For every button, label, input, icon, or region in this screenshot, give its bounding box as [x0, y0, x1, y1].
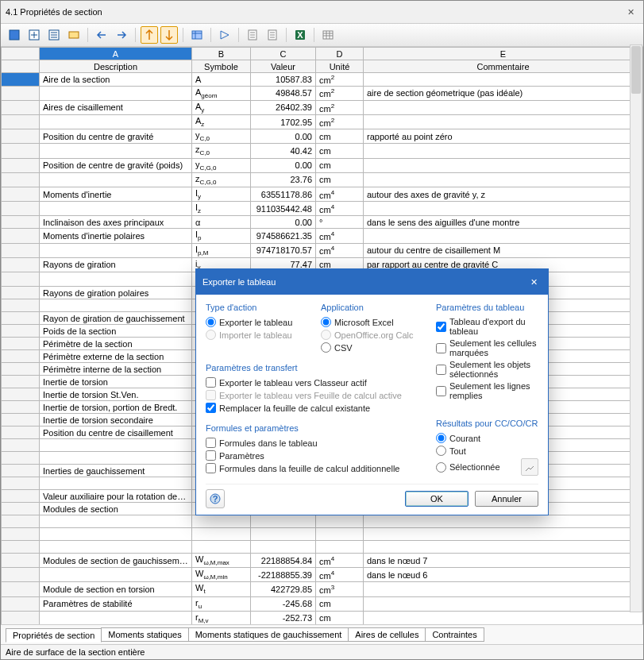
cell-val[interactable]: 974586621.35: [251, 229, 316, 243]
row-header[interactable]: [2, 243, 40, 257]
cell-desc[interactable]: Valeur auxiliaire pour la rotation de ga…: [40, 490, 192, 503]
row-header[interactable]: [2, 596, 40, 611]
table-row[interactable]: Iz911035442.48cm4: [2, 202, 643, 216]
cell-comment[interactable]: dans le sens des aiguilles d'une montre: [364, 216, 643, 229]
cell-comment[interactable]: dans le nœud 6: [364, 568, 643, 582]
cell-desc[interactable]: [40, 202, 192, 216]
cell-unit[interactable]: [316, 541, 364, 554]
cell-desc[interactable]: Moments d'inertie: [40, 187, 192, 201]
row-header[interactable]: [2, 388, 40, 401]
col-B[interactable]: B: [192, 48, 251, 60]
cell-desc[interactable]: [40, 272, 192, 286]
cell-val[interactable]: 10587.83: [251, 73, 316, 87]
col-E[interactable]: E: [364, 48, 643, 60]
row-header[interactable]: [2, 401, 40, 414]
chk-formulas-extra[interactable]: Formules dans la feuille de calcul addit…: [206, 463, 423, 473]
table-row[interactable]: [2, 528, 643, 541]
tb-btn-8[interactable]: [160, 26, 178, 44]
table-row[interactable]: Position du centre de gravitéyC,00.00cmr…: [2, 129, 643, 144]
cell-val[interactable]: 22188854.84: [251, 554, 316, 568]
tab-0[interactable]: Propriétés de section: [6, 628, 102, 643]
radio-all[interactable]: Tout: [436, 446, 538, 456]
table-row[interactable]: Ip,M974718170.57cm4autour du centre de c…: [2, 243, 643, 257]
row-header[interactable]: [2, 503, 40, 515]
cell-val[interactable]: 0.00: [251, 216, 316, 229]
cell-sym[interactable]: ru: [192, 596, 251, 611]
dialog-close-icon[interactable]: ✕: [526, 274, 542, 290]
tb-btn-6[interactable]: [113, 26, 130, 44]
cell-desc[interactable]: Position du centre de gravité: [40, 129, 192, 144]
cell-desc[interactable]: Poids de la section: [40, 325, 192, 338]
cell-val[interactable]: [251, 541, 316, 554]
cancel-button[interactable]: Annuler: [475, 491, 538, 507]
cell-comment[interactable]: [364, 158, 643, 172]
cell-desc[interactable]: [40, 568, 192, 582]
cell-sym[interactable]: rM,v: [192, 611, 251, 624]
cell-desc[interactable]: Périmètre interne de la section: [40, 363, 192, 376]
tb-btn-14[interactable]: [319, 26, 337, 44]
cell-desc[interactable]: Inclinaison des axes principaux: [40, 216, 192, 229]
close-icon[interactable]: ✕: [623, 4, 638, 20]
row-header[interactable]: [2, 465, 40, 477]
cell-unit[interactable]: cm: [316, 158, 364, 172]
row-header[interactable]: [2, 229, 40, 243]
table-row[interactable]: Az1702.95cm2: [2, 115, 643, 129]
cell-desc[interactable]: Inerties de gauchissement: [40, 465, 192, 477]
cell-unit[interactable]: cm4: [316, 243, 364, 257]
chk-selected[interactable]: Seulement les objets sélectionnés: [436, 360, 538, 379]
tb-btn-7[interactable]: [141, 26, 158, 44]
cell-comment[interactable]: autour du centre de cisaillement M: [364, 243, 643, 257]
dialog-titlebar[interactable]: Exporter le tableau ✕: [196, 269, 548, 295]
cell-comment[interactable]: [364, 229, 643, 243]
row-header[interactable]: [2, 515, 40, 528]
help-icon[interactable]: ?: [206, 489, 225, 508]
cell-sym[interactable]: Iz: [192, 202, 251, 216]
tab-1[interactable]: Moments statiques: [101, 627, 188, 642]
vertical-scrollbar[interactable]: [630, 44, 642, 612]
cell-comment[interactable]: [364, 144, 643, 158]
scroll-thumb[interactable]: [631, 46, 641, 94]
row-header[interactable]: [2, 216, 40, 229]
cell-unit[interactable]: cm2: [316, 115, 364, 129]
cell-comment[interactable]: [364, 596, 643, 611]
row-header[interactable]: [2, 144, 40, 158]
table-row[interactable]: Aire de la sectionA10587.83cm2: [2, 73, 643, 87]
row-header[interactable]: [2, 158, 40, 172]
row-header[interactable]: [2, 477, 40, 490]
cell-val[interactable]: 911035442.48: [251, 202, 316, 216]
row-header[interactable]: [2, 272, 40, 286]
cell-val[interactable]: 0.00: [251, 158, 316, 172]
cell-unit[interactable]: °: [316, 216, 364, 229]
cell-unit[interactable]: cm: [316, 611, 364, 624]
table-row[interactable]: Position de centre de gravité (poids)yC,…: [2, 158, 643, 172]
cell-unit[interactable]: [316, 528, 364, 541]
export-excel-button[interactable]: X: [291, 26, 309, 44]
radio-export[interactable]: Exporter le tableau: [206, 317, 308, 327]
cell-val[interactable]: [251, 515, 316, 528]
cell-val[interactable]: 26402.39: [251, 100, 316, 114]
cell-val[interactable]: 63551178.86: [251, 187, 316, 201]
tb-btn-5[interactable]: [93, 26, 110, 44]
cell-comment[interactable]: [364, 611, 643, 624]
cell-comment[interactable]: [364, 528, 643, 541]
chk-formulas-table[interactable]: Formules dans le tableau: [206, 438, 423, 448]
cell-desc[interactable]: Module de section en torsion: [40, 582, 192, 596]
cell-val[interactable]: 23.76: [251, 172, 316, 187]
cell-unit[interactable]: cm4: [316, 568, 364, 582]
row-header[interactable]: [2, 490, 40, 503]
tb-btn-4[interactable]: [65, 26, 83, 44]
cell-sym[interactable]: Ip: [192, 229, 251, 243]
cell-desc[interactable]: [40, 172, 192, 187]
table-row[interactable]: Agéom49848.57cm2aire de section géometri…: [2, 86, 643, 100]
radio-csv[interactable]: CSV: [321, 342, 423, 353]
cell-desc[interactable]: Périmètre externe de la section: [40, 350, 192, 363]
cell-comment[interactable]: [364, 202, 643, 216]
cell-sym[interactable]: Ay: [192, 100, 251, 114]
table-row[interactable]: Inclinaison des axes principauxα0.00°dan…: [2, 216, 643, 229]
cell-desc[interactable]: [40, 528, 192, 541]
row-header[interactable]: [2, 299, 40, 312]
cell-val[interactable]: -22188855.39: [251, 568, 316, 582]
cell-comment[interactable]: aire de section géometrique (pas idéale): [364, 86, 643, 100]
cell-val[interactable]: 49848.57: [251, 86, 316, 100]
cell-desc[interactable]: Périmètre de la section: [40, 338, 192, 350]
